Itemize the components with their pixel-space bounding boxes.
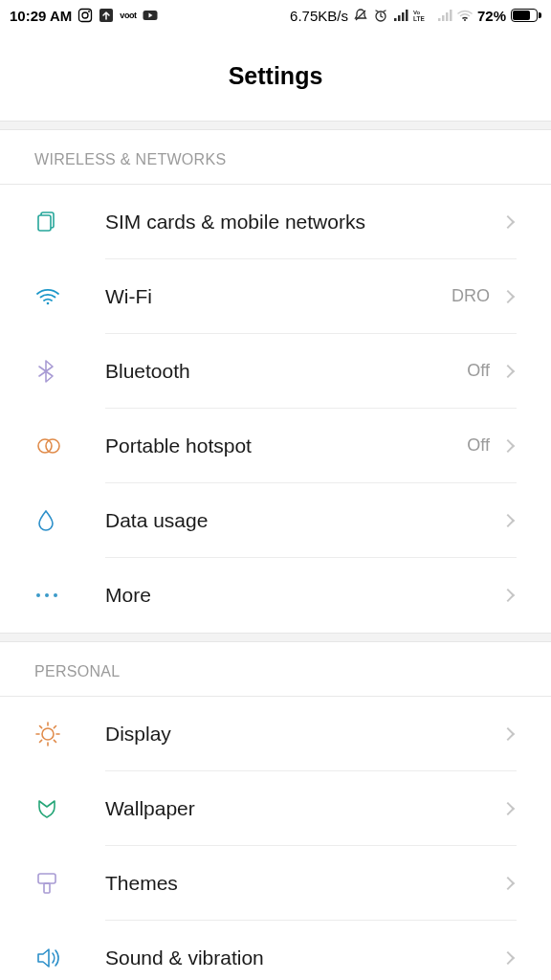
row-wifi[interactable]: Wi-Fi DRO [34,259,517,334]
svg-point-23 [36,593,40,597]
row-sim-cards[interactable]: SIM cards & mobile networks [34,185,517,259]
page-header: Settings [0,31,551,121]
row-data-usage[interactable]: Data usage [34,483,517,558]
row-label: SIM cards & mobile networks [105,211,503,234]
svg-rect-35 [38,874,55,883]
svg-rect-16 [450,10,452,21]
alarm-icon [373,8,388,23]
svg-rect-14 [442,15,445,21]
svg-rect-36 [44,883,50,893]
row-label: Wi-Fi [105,285,452,308]
svg-point-2 [88,11,90,12]
row-wallpaper[interactable]: Wallpaper [34,771,517,846]
row-themes[interactable]: Themes [34,846,517,921]
chevron-right-icon [501,876,515,889]
row-more[interactable]: More [34,558,517,633]
svg-rect-15 [446,12,449,21]
signal-icon [393,8,408,23]
section-gap [0,121,551,130]
row-label: Themes [105,872,503,895]
row-value: Off [467,435,490,456]
more-icon [34,591,69,599]
svg-rect-7 [394,18,397,21]
wifi-status-icon [457,8,473,23]
row-hotspot[interactable]: Portable hotspot Off [34,409,517,483]
chevron-right-icon [501,726,515,740]
bluetooth-icon [34,358,69,385]
svg-rect-8 [398,15,401,21]
row-sound[interactable]: Sound & vibration [34,921,517,980]
battery-percent: 72% [477,8,506,24]
sim-icon [34,210,69,234]
svg-line-33 [40,740,42,742]
svg-point-25 [54,593,57,597]
svg-point-17 [464,19,466,21]
status-bar: 10:29 AM voot 6.75KB/s VoLTE 7 [0,0,551,31]
battery-icon [511,9,541,22]
voot-icon: voot [120,11,136,20]
section-title-wireless: WIRELESS & NETWORKS [0,130,551,184]
svg-line-34 [54,726,55,728]
youtube-icon [143,8,158,23]
svg-point-24 [45,593,49,597]
section-gap [0,633,551,642]
chevron-right-icon [501,289,515,302]
wifi-icon [34,283,69,310]
signal-dim-icon [437,8,452,23]
row-value: DRO [452,286,490,306]
wallpaper-icon [34,796,69,821]
chevron-right-icon [501,438,515,452]
display-icon [34,721,69,747]
row-label: Data usage [105,509,503,532]
row-label: Display [105,723,503,746]
data-usage-icon [34,507,69,534]
row-label: Sound & vibration [105,947,503,969]
upload-icon [99,8,114,23]
row-bluetooth[interactable]: Bluetooth Off [34,334,517,409]
row-label: Portable hotspot [105,434,467,457]
volte-icon: VoLTE [413,8,432,23]
svg-rect-10 [406,10,408,21]
chevron-right-icon [501,364,515,377]
chevron-right-icon [501,513,515,526]
hotspot-icon [34,435,69,457]
row-label: Wallpaper [105,797,503,820]
svg-point-22 [46,439,59,453]
dnd-icon [353,8,368,23]
instagram-icon [77,8,93,23]
svg-point-26 [42,728,54,740]
chevron-right-icon [501,589,515,602]
section-title-personal: PERSONAL [0,642,551,696]
page-title: Settings [229,62,323,90]
svg-line-31 [40,726,42,728]
svg-point-21 [38,439,52,453]
status-time: 10:29 AM [10,8,72,24]
svg-point-20 [47,302,50,305]
svg-rect-13 [438,18,441,21]
themes-icon [34,870,69,897]
svg-line-32 [54,740,55,742]
row-label: More [105,584,503,607]
row-display[interactable]: Display [34,697,517,771]
svg-point-1 [82,12,88,18]
chevron-right-icon [501,801,515,814]
network-speed: 6.75KB/s [290,8,348,24]
chevron-right-icon [501,951,515,965]
sound-icon [34,946,69,970]
chevron-right-icon [501,214,515,228]
row-label: Bluetooth [105,360,467,383]
svg-text:LTE: LTE [413,15,425,22]
svg-rect-9 [402,12,405,21]
row-value: Off [467,361,490,381]
svg-rect-19 [38,215,51,231]
